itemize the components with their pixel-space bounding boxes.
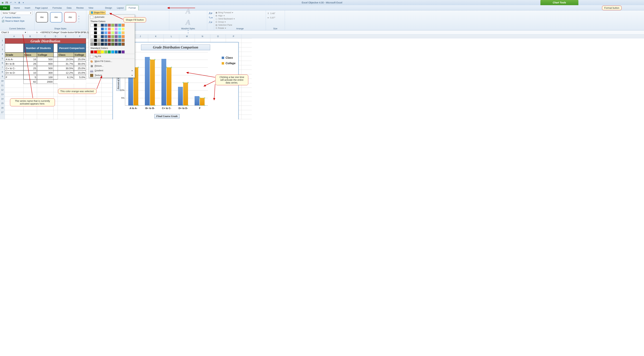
row-header[interactable]: 2 — [0, 43, 5, 47]
color-swatch[interactable] — [98, 31, 100, 34]
shape-width[interactable]: ⇔5.97" — [267, 16, 283, 19]
bar-class[interactable] — [178, 87, 183, 105]
tab-format[interactable]: Format — [126, 5, 138, 10]
text-effects-icon[interactable]: A▾ — [209, 20, 212, 24]
color-swatch[interactable] — [122, 50, 125, 53]
row-header[interactable]: 7 — [0, 65, 5, 70]
color-swatch[interactable] — [104, 31, 108, 34]
color-swatch[interactable] — [115, 50, 118, 53]
color-swatch[interactable] — [104, 39, 108, 42]
bar-college[interactable] — [166, 67, 172, 105]
row-header[interactable]: 15 — [0, 101, 5, 106]
color-swatch[interactable] — [104, 27, 108, 30]
save-icon[interactable]: 💾 — [5, 1, 8, 4]
qat-dropdown-icon[interactable]: ▾ — [22, 1, 25, 4]
color-swatch[interactable] — [111, 31, 114, 34]
row-header[interactable]: 8 — [0, 70, 5, 74]
gallery-more-icon[interactable]: ▿ — [78, 21, 80, 23]
wordart-style-1[interactable]: A — [186, 7, 190, 15]
color-swatch[interactable] — [118, 50, 121, 53]
tab-insert[interactable]: Insert — [22, 5, 33, 10]
color-swatch[interactable] — [90, 24, 94, 27]
row-header[interactable]: 14 — [0, 97, 5, 101]
tab-review[interactable]: Review — [74, 5, 86, 10]
row-header[interactable]: 17 — [0, 110, 5, 115]
color-swatch[interactable] — [108, 39, 111, 42]
col-header[interactable]: N — [195, 34, 210, 38]
color-swatch[interactable] — [108, 50, 111, 53]
color-swatch[interactable] — [101, 50, 104, 53]
col-header[interactable]: A — [5, 34, 24, 38]
col-header[interactable]: L — [164, 34, 179, 38]
col-header[interactable]: F — [74, 34, 86, 38]
color-swatch[interactable] — [115, 35, 118, 38]
tab-formulas[interactable]: Formulas — [50, 5, 64, 10]
color-swatch[interactable] — [94, 39, 97, 42]
color-swatch[interactable] — [101, 27, 104, 30]
col-header[interactable]: B — [24, 34, 37, 38]
format-selection-button[interactable]: 🖉Format Selection — [2, 16, 33, 19]
align-button[interactable]: ⊞Align ▾ — [216, 14, 238, 17]
col-header[interactable]: E — [58, 34, 74, 38]
color-swatch[interactable] — [94, 27, 97, 30]
fx-icon[interactable]: fx — [34, 31, 40, 33]
color-swatch[interactable] — [98, 24, 100, 27]
color-swatch[interactable] — [118, 39, 121, 42]
color-swatch[interactable] — [94, 50, 97, 53]
color-swatch[interactable] — [118, 43, 121, 46]
chart-element-selector[interactable]: Series "College" ▾ — [2, 11, 32, 15]
color-swatch[interactable] — [94, 31, 97, 34]
color-swatch[interactable] — [122, 24, 125, 27]
bring-forward-button[interactable]: ▣Bring Forward ▾ — [216, 11, 238, 14]
color-swatch[interactable] — [122, 31, 125, 34]
row-header[interactable]: 3 — [0, 47, 5, 52]
color-swatch[interactable] — [104, 43, 108, 46]
color-swatch[interactable] — [98, 27, 100, 30]
bar-college[interactable] — [183, 82, 188, 105]
color-swatch[interactable] — [108, 27, 111, 30]
chart-legend[interactable]: Class College — [222, 56, 236, 67]
tab-design[interactable]: Design — [102, 5, 114, 10]
bar-class[interactable] — [128, 76, 133, 105]
color-swatch[interactable] — [90, 43, 94, 46]
shape-style-2[interactable]: Abc — [50, 12, 62, 22]
tab-page-layout[interactable]: Page Layout — [33, 5, 50, 10]
color-swatch[interactable] — [94, 43, 97, 46]
color-swatch[interactable] — [94, 35, 97, 38]
shape-height[interactable]: ⇕3.48" — [267, 12, 283, 15]
tab-layout[interactable]: Layout — [114, 5, 126, 10]
texture-fill[interactable]: Texture▸ — [89, 73, 135, 77]
color-swatch[interactable] — [101, 39, 104, 42]
chart-plot-area[interactable]: 5%10%A to A-B+ to B-C+ to C-D+ to D-F — [125, 52, 208, 106]
col-header[interactable]: C — [37, 34, 54, 38]
more-fill-colors[interactable]: 🎨More Fill Colors... — [89, 59, 135, 63]
color-swatch[interactable] — [118, 35, 121, 38]
color-swatch[interactable] — [101, 24, 104, 27]
color-swatch[interactable] — [122, 39, 125, 42]
no-fill[interactable]: No Fill — [89, 54, 135, 59]
color-swatch[interactable] — [90, 39, 94, 42]
color-swatch[interactable] — [98, 35, 100, 38]
bar-class[interactable] — [162, 59, 166, 105]
tab-view[interactable]: View — [86, 5, 96, 10]
gallery-down-icon[interactable]: ▾ — [188, 32, 189, 34]
row-header[interactable]: 12 — [0, 88, 5, 92]
tab-home[interactable]: Home — [12, 5, 22, 10]
undo-icon[interactable]: ↶ — [9, 1, 12, 4]
row-header[interactable]: 5 — [0, 56, 5, 61]
color-swatch[interactable] — [90, 35, 94, 38]
chart-x-axis-label[interactable]: Final Course Grade — [154, 114, 180, 118]
selection-pane-button[interactable]: ▤Selection Pane — [216, 24, 238, 26]
shape-style-1[interactable]: Abc — [36, 12, 48, 22]
row-header[interactable]: 16 — [0, 106, 5, 110]
color-swatch[interactable] — [118, 24, 121, 27]
color-swatch[interactable] — [122, 35, 125, 38]
bar-college[interactable] — [200, 98, 204, 105]
color-swatch[interactable] — [111, 27, 114, 30]
color-swatch[interactable] — [101, 35, 104, 38]
picture-fill[interactable]: 🖼Picture... — [89, 63, 135, 68]
text-outline-icon[interactable]: ✎▾ — [208, 16, 213, 20]
gradient-fill[interactable]: Gradient▸ — [89, 68, 135, 73]
color-swatch[interactable] — [122, 43, 125, 46]
color-swatch[interactable] — [111, 39, 114, 42]
